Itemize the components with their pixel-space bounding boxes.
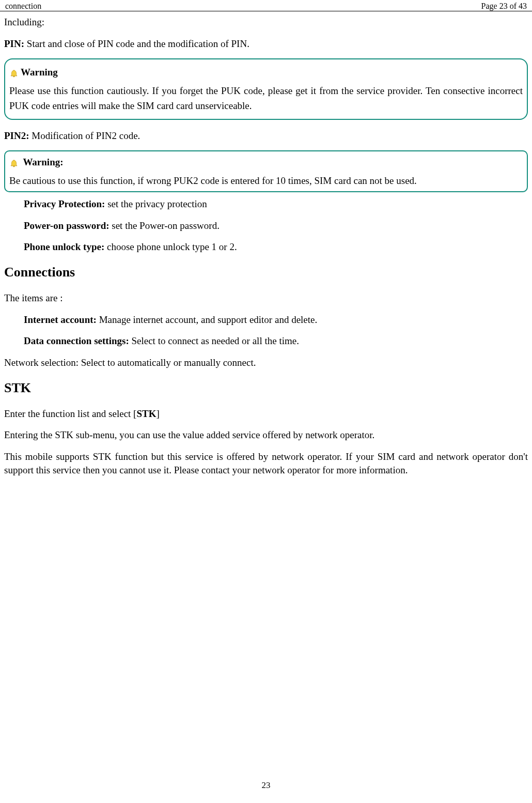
- stk-line1b: STK: [136, 408, 156, 419]
- power-desc: set the Power-on password.: [109, 220, 220, 231]
- internet-desc: Manage internet account, and support edi…: [97, 314, 317, 325]
- internet-label: Internet account:: [24, 314, 97, 325]
- warning2-header-row: Warning:: [9, 155, 523, 169]
- warning2-label: Warning:: [21, 157, 64, 167]
- warning2-body: Be cautious to use this function, if wro…: [9, 173, 523, 188]
- pin-line: PIN: Start and close of PIN code and the…: [4, 37, 528, 51]
- page-content: Including: PIN: Start and close of PIN c…: [0, 11, 532, 476]
- stk-line3: This mobile supports STK function but th…: [4, 450, 528, 476]
- stk-line1c: ]: [156, 408, 159, 419]
- header-left: connection: [5, 2, 41, 11]
- items-are-line: The items are :: [4, 291, 528, 305]
- stk-line1a: Enter the function list and select [: [4, 408, 136, 419]
- page-header: connection Page 23 of 43: [0, 0, 532, 11]
- pin2-line: PIN2: Modification of PIN2 code.: [4, 129, 528, 143]
- warning1-header-row: Warning: [9, 65, 523, 80]
- power-label: Power-on password:: [24, 220, 109, 231]
- warning-box-1: Warning Please use this function cautiou…: [4, 58, 528, 119]
- connections-heading: Connections: [4, 263, 528, 281]
- pin2-desc: Modification of PIN2 code.: [29, 130, 140, 141]
- stk-line2: Entering the STK sub-menu, you can use t…: [4, 428, 528, 442]
- including-line: Including:: [4, 16, 528, 29]
- unlock-line: Phone unlock type: choose phone unlock t…: [4, 240, 528, 254]
- pin-label: PIN:: [4, 38, 24, 49]
- dataconn-label: Data connection settings:: [24, 335, 129, 346]
- warning-box-2: Warning: Be cautious to use this functio…: [4, 150, 528, 192]
- network-selection-line: Network selection: Select to automatical…: [4, 356, 528, 369]
- header-right: Page 23 of 43: [481, 2, 527, 11]
- page-number: 23: [0, 780, 532, 791]
- internet-line: Internet account: Manage internet accoun…: [4, 313, 528, 327]
- dataconn-line: Data connection settings: Select to conn…: [4, 334, 528, 348]
- warning1-body: Please use this function cautiously. If …: [9, 83, 523, 114]
- dataconn-desc: Select to connect as needed or all the t…: [129, 335, 299, 346]
- stk-heading: STK: [4, 379, 528, 397]
- unlock-desc: choose phone unlock type 1 or 2.: [104, 241, 237, 252]
- unlock-label: Phone unlock type:: [24, 241, 104, 252]
- warning1-label: Warning: [21, 67, 58, 78]
- stk-line1: Enter the function list and select [STK]: [4, 407, 528, 421]
- pin2-label: PIN2:: [4, 130, 29, 141]
- power-line: Power-on password: set the Power-on pass…: [4, 219, 528, 233]
- privacy-label: Privacy Protection:: [24, 198, 105, 209]
- warning-bell-icon: [9, 159, 19, 168]
- privacy-desc: set the privacy protection: [105, 198, 207, 209]
- pin-desc: Start and close of PIN code and the modi…: [24, 38, 249, 49]
- warning-bell-icon: [9, 69, 19, 78]
- privacy-line: Privacy Protection: set the privacy prot…: [4, 197, 528, 211]
